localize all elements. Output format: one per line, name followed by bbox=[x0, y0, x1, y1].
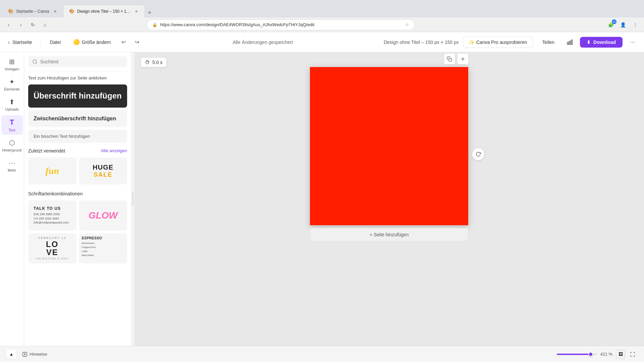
expand-button[interactable]: ▲ bbox=[7, 350, 16, 359]
uploads-label: Uploads bbox=[5, 107, 18, 111]
love-content: FEBRUARY 14 LOVE VALENTINE'S DAY bbox=[36, 236, 69, 260]
pro-button[interactable]: ✨ Canva Pro ausprobieren bbox=[463, 37, 533, 48]
recent-item-fun[interactable]: fun bbox=[28, 158, 76, 184]
undo-button[interactable]: ↩ bbox=[119, 38, 128, 47]
sidebar-item-mehr[interactable]: ⋯ Mehr bbox=[1, 156, 23, 175]
timer-icon: ⏱ bbox=[145, 60, 150, 65]
sidebar-item-uploads[interactable]: ⬆ Uploads bbox=[1, 95, 23, 114]
tab-title-1: Startseite – Canva bbox=[16, 9, 50, 14]
text-icon: T bbox=[10, 118, 14, 127]
combo-items-grid: TALK TO US (04) 298 3985 2092(+6 209 109… bbox=[28, 200, 127, 263]
home-label: Startseite bbox=[12, 40, 32, 45]
bottom-right: 421 % 🖼 bbox=[557, 350, 637, 359]
fullscreen-button[interactable] bbox=[628, 350, 637, 359]
hints-button[interactable]: Hinweise bbox=[19, 350, 51, 359]
uploads-icon: ⬆ bbox=[9, 98, 15, 106]
toolbar-actions: 🧩 10 👤 ⋮ bbox=[606, 20, 640, 29]
design-title: Design ohne Titel – 150 px × 150 px bbox=[384, 40, 459, 45]
mehr-label: Mehr bbox=[8, 168, 16, 172]
hintergrund-label: Hintergrund bbox=[2, 148, 21, 152]
saved-text: Alle Änderungen gespeichert bbox=[232, 40, 293, 45]
text-label: Text bbox=[8, 128, 15, 132]
vorlagen-icon: ⊞ bbox=[9, 58, 15, 66]
add-page-button[interactable]: + Seite hinzufügen bbox=[310, 228, 468, 241]
pro-emoji: ✨ bbox=[469, 40, 474, 45]
recent-item-huge-sale[interactable]: HUGE SALE bbox=[79, 158, 127, 184]
refresh-button-right[interactable] bbox=[472, 148, 484, 160]
glow-text: GLOW bbox=[89, 210, 118, 221]
profile-button[interactable]: 👤 bbox=[619, 20, 628, 29]
tab-favicon-1: 🎨 bbox=[8, 9, 13, 14]
svg-point-3 bbox=[33, 60, 37, 63]
forward-button[interactable]: › bbox=[16, 20, 25, 29]
combo-item-glow[interactable]: GLOW bbox=[79, 200, 127, 231]
resize-emoji: 🟡 bbox=[73, 39, 80, 45]
back-button[interactable]: ‹ bbox=[4, 20, 13, 29]
file-button[interactable]: Datei bbox=[46, 38, 65, 47]
more-options-button[interactable]: ··· bbox=[627, 36, 639, 48]
combo-item-talk[interactable]: TALK TO US (04) 298 3985 2092(+6 209 109… bbox=[28, 200, 76, 231]
bottom-bar: ▲ Hinweise 421 % 🖼 bbox=[0, 346, 644, 362]
top-nav: ‹ Startseite Datei 🟡 Größe ändern ↩ ↪ Al… bbox=[0, 32, 644, 52]
duplicate-page-button[interactable] bbox=[444, 54, 455, 64]
extensions-button[interactable]: 🧩 10 bbox=[606, 20, 616, 29]
tab-favicon-2: 🎨 bbox=[69, 9, 74, 14]
add-heading-button[interactable]: Überschrift hinzufügen bbox=[28, 84, 127, 108]
svg-rect-1 bbox=[569, 41, 570, 44]
lock-icon: 🔒 bbox=[152, 22, 157, 27]
combo-item-espresso[interactable]: ESPRESSO AmericanoCappuccinoLatteMacchia… bbox=[79, 233, 127, 263]
font-combinations: TALK TO US (04) 298 3985 2092(+6 209 109… bbox=[28, 200, 127, 263]
browser-menu-button[interactable]: ⋮ bbox=[631, 20, 640, 29]
download-label: Download bbox=[593, 40, 616, 45]
duplicate-icon bbox=[447, 56, 452, 62]
panel-resize-handle[interactable] bbox=[131, 52, 134, 346]
panel-section-title: Text zum Hinzufügen zur Seite anklicken bbox=[28, 75, 127, 80]
svg-rect-4 bbox=[449, 58, 452, 61]
mehr-icon: ⋯ bbox=[9, 159, 15, 167]
sidebar-item-elemente[interactable]: ✦ Elemente bbox=[1, 75, 23, 94]
page-indicator[interactable]: 🖼 bbox=[616, 350, 625, 359]
canvas-wrapper: + Seite hinzufügen bbox=[310, 67, 468, 241]
sidebar-item-vorlagen[interactable]: ⊞ Vorlagen bbox=[1, 55, 23, 74]
huge-text: HUGE bbox=[93, 164, 113, 171]
download-button[interactable]: ⬇ Download bbox=[580, 37, 623, 48]
address-bar[interactable]: 🔒 https://www.canva.com/design/DAE4WOR3I… bbox=[147, 19, 415, 30]
tab-close-1[interactable]: ✕ bbox=[52, 9, 58, 14]
tab-close-2[interactable]: ✕ bbox=[133, 9, 139, 14]
combo-item-love[interactable]: FEBRUARY 14 LOVE VALENTINE'S DAY bbox=[28, 233, 76, 263]
fullscreen-icon bbox=[630, 352, 635, 357]
sidebar-icons: ⊞ Vorlagen ✦ Elemente ⬆ Uploads T Text ⬡… bbox=[0, 52, 24, 346]
back-arrow-icon: ‹ bbox=[8, 40, 10, 45]
canvas[interactable] bbox=[310, 67, 468, 225]
fun-text: fun bbox=[46, 166, 59, 176]
search-icon bbox=[32, 59, 38, 64]
browser-tabs: 🎨 Startseite – Canva ✕ 🎨 Design ohne Tit… bbox=[3, 0, 154, 17]
timer-text: 5.0 s bbox=[152, 60, 162, 65]
refresh-button[interactable]: ↻ bbox=[28, 20, 38, 29]
espresso-title: ESPRESSO bbox=[82, 236, 102, 240]
zoom-slider[interactable] bbox=[557, 354, 597, 355]
resize-button[interactable]: 🟡 Größe ändern bbox=[69, 37, 115, 47]
search-wrapper[interactable] bbox=[28, 56, 127, 67]
sidebar-item-text[interactable]: T Text bbox=[1, 115, 23, 135]
hints-icon bbox=[22, 352, 28, 357]
search-input[interactable] bbox=[40, 59, 123, 64]
home-button[interactable]: ⌂ bbox=[40, 20, 50, 29]
home-nav-button[interactable]: ‹ Startseite bbox=[5, 37, 35, 48]
see-all-link[interactable]: Alle anzeigen bbox=[101, 148, 127, 153]
browser-tab-2[interactable]: 🎨 Design ohne Titel – 150 × 150px ✕ bbox=[64, 5, 144, 17]
redo-button[interactable]: ↪ bbox=[132, 38, 142, 47]
add-body-button[interactable]: Ein bisschen Text hinzufügen bbox=[28, 130, 127, 143]
add-to-design-button[interactable] bbox=[458, 54, 468, 64]
browser-tab-1[interactable]: 🎨 Startseite – Canva ✕ bbox=[3, 5, 63, 17]
sidebar-item-hintergrund[interactable]: ⬡ Hintergrund bbox=[1, 136, 23, 155]
url-text: https://www.canva.com/design/DAE4WOR3Its… bbox=[160, 22, 402, 27]
elemente-label: Elemente bbox=[4, 87, 19, 91]
recently-used-label: Zuletzt verwendet bbox=[28, 148, 65, 154]
share-button[interactable]: Teilen bbox=[537, 37, 560, 48]
add-subheading-button[interactable]: Zwischenüberschrift hinzufügen bbox=[28, 110, 127, 127]
new-tab-button[interactable]: + bbox=[145, 8, 154, 17]
notification-badge: 10 bbox=[612, 19, 616, 24]
stats-button[interactable] bbox=[564, 36, 576, 48]
font-combinations-label: Schriftartenkombinationen bbox=[28, 191, 83, 196]
